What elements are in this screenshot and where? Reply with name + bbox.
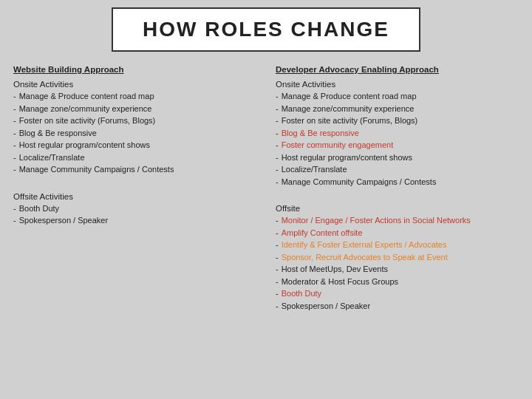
- dash-icon: -: [276, 163, 279, 176]
- dash-icon: -: [276, 127, 279, 140]
- list-item: -Sponsor, Recruit Advocates to Speak at …: [276, 251, 519, 264]
- dash-icon: -: [13, 127, 16, 140]
- dash-icon: -: [13, 115, 16, 127]
- right-onsite-list: -Manage & Produce content road map-Manag…: [276, 90, 519, 188]
- left-column: Website Building Approach Onsite Activit…: [7, 65, 262, 392]
- right-offsite-label: Offsite: [276, 204, 519, 213]
- list-item: -Manage Community Campaigns / Contests: [13, 163, 256, 176]
- list-item: -Spokesperson / Speaker: [276, 300, 519, 313]
- list-item: -Moderator & Host Focus Groups: [276, 276, 519, 288]
- list-item: -Localize/Translate: [276, 163, 519, 176]
- dash-icon: -: [276, 214, 279, 227]
- dash-icon: -: [13, 214, 16, 227]
- list-item: -Foster on site activity (Forums, Blogs): [276, 115, 519, 127]
- right-column: Developer Advocacy Enabling Approach Ons…: [270, 65, 525, 392]
- columns: Website Building Approach Onsite Activit…: [7, 65, 525, 392]
- dash-icon: -: [276, 90, 279, 103]
- list-item: -Manage zone/community experience: [276, 103, 519, 115]
- left-offsite-list: -Booth Duty-Spokesperson / Speaker: [13, 202, 256, 227]
- list-item: -Host regular program/content shows: [276, 151, 519, 164]
- dash-icon: -: [276, 115, 279, 127]
- dash-icon: -: [276, 239, 279, 251]
- list-item: -Manage zone/community experience: [13, 103, 256, 115]
- dash-icon: -: [276, 227, 279, 239]
- dash-icon: -: [276, 103, 279, 115]
- list-item: -Blog & Be responsive: [276, 127, 519, 140]
- list-item: -Foster on site activity (Forums, Blogs): [13, 115, 256, 127]
- list-item: -Blog & Be responsive: [13, 127, 256, 140]
- dash-icon: -: [276, 151, 279, 164]
- dash-icon: -: [276, 176, 279, 188]
- right-onsite-label: Onsite Activities: [276, 80, 519, 89]
- dash-icon: -: [276, 251, 279, 264]
- list-item: -Booth Duty: [13, 202, 256, 215]
- left-onsite-list: -Manage & Produce content road map-Manag…: [13, 90, 256, 176]
- right-offsite-list: -Monitor / Engage / Foster Actions in So…: [276, 214, 519, 312]
- left-onsite-label: Onsite Activities: [13, 80, 256, 89]
- list-item: -Monitor / Engage / Foster Actions in So…: [276, 214, 519, 227]
- right-col-header: Developer Advocacy Enabling Approach: [276, 65, 519, 74]
- dash-icon: -: [13, 139, 16, 151]
- list-item: -Host regular program/content shows: [13, 139, 256, 151]
- dash-icon: -: [276, 300, 279, 313]
- list-item: -Identify & Foster External Experts / Ad…: [276, 239, 519, 251]
- dash-icon: -: [13, 90, 16, 103]
- dash-icon: -: [276, 139, 279, 151]
- list-item: -Manage & Produce content road map: [13, 90, 256, 103]
- title-box: HOW ROLES CHANGE: [112, 7, 420, 52]
- dash-icon: -: [276, 276, 279, 288]
- dash-icon: -: [13, 151, 16, 164]
- list-item: -Localize/Translate: [13, 151, 256, 164]
- list-item: -Foster community engagement: [276, 139, 519, 151]
- left-offsite-label: Offsite Activities: [13, 192, 256, 201]
- list-item: -Manage & Produce content road map: [276, 90, 519, 103]
- list-item: -Amplify Content offsite: [276, 227, 519, 239]
- page: HOW ROLES CHANGE Website Building Approa…: [0, 0, 532, 399]
- list-item: -Manage Community Campaigns / Contests: [276, 176, 519, 188]
- page-title: HOW ROLES CHANGE: [143, 18, 389, 41]
- left-col-header: Website Building Approach: [13, 65, 256, 74]
- list-item: -Booth Duty: [276, 287, 519, 300]
- dash-icon: -: [276, 287, 279, 300]
- list-item: -Spokesperson / Speaker: [13, 214, 256, 227]
- dash-icon: -: [13, 103, 16, 115]
- list-item: -Host of MeetUps, Dev Events: [276, 263, 519, 276]
- dash-icon: -: [13, 163, 16, 176]
- dash-icon: -: [276, 263, 279, 276]
- dash-icon: -: [13, 202, 16, 215]
